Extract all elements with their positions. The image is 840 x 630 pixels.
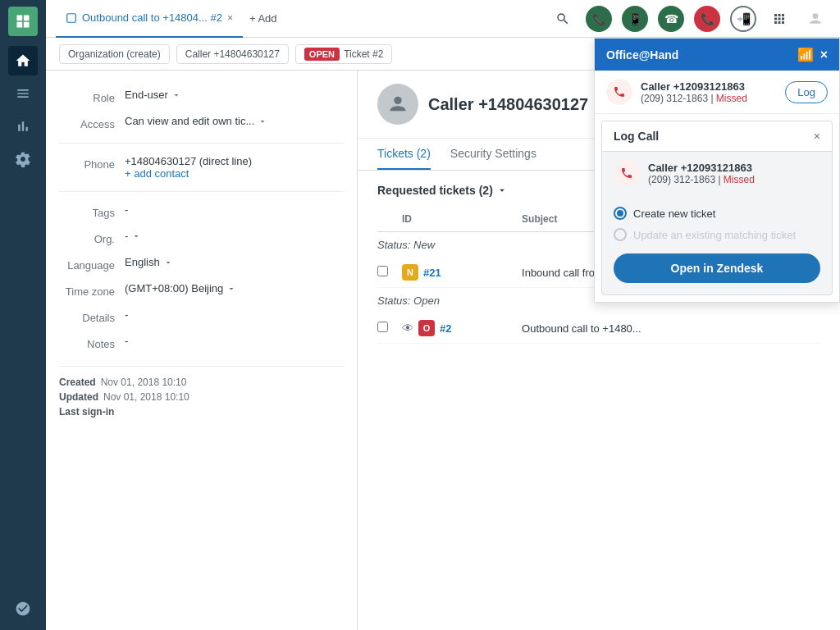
details-field: Details -	[59, 304, 344, 330]
popup-close-btn[interactable]: ×	[820, 48, 828, 62]
ticket-id-2[interactable]: #2	[440, 322, 451, 335]
org-label: Org.	[59, 230, 125, 245]
log-options: Create new ticket Update an existing mat…	[602, 194, 832, 253]
language-label: Language	[59, 256, 125, 272]
phone-call-btn-1[interactable]: 📞	[586, 6, 612, 32]
tab-tickets[interactable]: Tickets (2)	[377, 139, 431, 170]
sidebar-reports[interactable]	[8, 112, 38, 141]
tab-close-btn[interactable]: ×	[227, 12, 233, 24]
radio-dot	[617, 210, 623, 217]
breadcrumb-org[interactable]: Organization (create)	[59, 44, 170, 64]
role-label: Role	[59, 89, 125, 104]
sidebar-admin[interactable]	[8, 144, 38, 174]
search-btn[interactable]	[548, 4, 578, 34]
create-new-ticket-label: Create new ticket	[633, 208, 715, 220]
svg-rect-0	[67, 13, 76, 22]
radio-disabled	[614, 228, 627, 241]
tags-value: -	[125, 203, 344, 216]
nav-icons: 📞 📱 ☎ 📞 📲	[548, 4, 830, 34]
status-badge: OPEN	[304, 48, 340, 61]
timezone-label: Time zone	[59, 282, 125, 298]
app-logo	[8, 7, 38, 36]
ticket-badge-o: O	[418, 320, 435, 336]
chevron-down-icon	[171, 90, 181, 100]
call-info: Caller +12093121863 (209) 312-1863 | Mis…	[641, 80, 785, 104]
call-sub: (209) 312-1863 | Missed	[641, 93, 785, 104]
log-caller-sub: (209) 312-1863 | Missed	[648, 174, 755, 185]
tab-security-settings[interactable]: Security Settings	[450, 139, 536, 170]
chevron-down-icon-req	[496, 185, 508, 196]
access-select[interactable]: Can view and edit own tic...	[125, 115, 344, 127]
access-field: Access Can view and edit own tic...	[59, 110, 344, 136]
top-nav: Outbound call to +14804... #2 × + Add 📞 …	[46, 0, 840, 38]
add-tab-btn[interactable]: + Add	[249, 12, 277, 25]
update-existing-label: Update an existing matching ticket	[633, 229, 796, 241]
log-close-btn[interactable]: ×	[814, 130, 820, 143]
notes-field: Notes -	[59, 330, 344, 356]
tags-label: Tags	[59, 203, 125, 219]
call-missed-label: Missed	[716, 93, 747, 104]
user-avatar-btn[interactable]	[801, 4, 830, 34]
details-label: Details	[59, 308, 125, 324]
ticket-badge-n: N	[402, 264, 418, 281]
chevron-down-icon-3	[131, 231, 141, 241]
chevron-down-icon-2	[258, 116, 267, 126]
log-call-caller: Caller +12093121863 (209) 312-1863 | Mis…	[602, 152, 832, 194]
log-caller-missed: Missed	[724, 174, 755, 185]
details-value: -	[125, 308, 344, 321]
sidebar-zendesk[interactable]	[8, 594, 38, 623]
add-contact-link[interactable]: + add contact	[125, 167, 252, 180]
chevron-down-icon-5	[226, 284, 236, 294]
log-button[interactable]: Log	[785, 81, 828, 103]
role-field: Role End-user	[59, 84, 344, 110]
svg-point-2	[394, 97, 401, 104]
office-hand-popup: Office@Hand 📶 × Caller +12093121863 (209…	[594, 38, 840, 303]
left-panel: Role End-user Access Can view and edit o…	[46, 71, 358, 630]
sidebar-views[interactable]	[8, 79, 38, 108]
main-sidebar	[0, 0, 46, 630]
open-zendesk-btn[interactable]: Open in Zendesk	[614, 253, 820, 283]
ticket-checkbox-2[interactable]	[377, 322, 388, 332]
log-caller-number: Caller +12093121863	[648, 162, 755, 174]
last-signin-row: Last sign-in	[59, 406, 344, 418]
breadcrumb-ticket[interactable]: OPEN Ticket #2	[295, 44, 393, 64]
timezone-select[interactable]: (GMT+08:00) Beijing	[125, 282, 344, 294]
missed-call-icon	[606, 79, 632, 105]
sidebar-home[interactable]	[8, 46, 38, 75]
chevron-down-icon-4	[163, 258, 173, 267]
create-new-ticket-option[interactable]: Create new ticket	[614, 203, 820, 224]
phone-call-btn-3[interactable]: ☎	[658, 6, 684, 32]
org-select[interactable]: -	[125, 230, 344, 242]
org-field: Org. -	[59, 225, 344, 251]
wifi-icon: 📶	[797, 47, 814, 62]
phone-call-btn-2[interactable]: 📱	[622, 6, 648, 32]
notes-value: -	[125, 335, 344, 347]
role-select[interactable]: End-user	[125, 89, 344, 101]
timezone-field: Time zone (GMT+08:00) Beijing	[59, 277, 344, 304]
log-call-header: Log Call ×	[602, 121, 832, 152]
table-row[interactable]: 👁 O #2 Outbound call to +1480...	[377, 313, 820, 344]
popup-header: Office@Hand 📶 ×	[595, 39, 839, 71]
call-number: Caller +12093121863	[641, 80, 785, 93]
ticket-id-1[interactable]: #21	[423, 267, 441, 279]
breadcrumb-caller[interactable]: Caller +14804630127	[176, 44, 289, 64]
contact-name: Caller +14804630127	[428, 95, 588, 114]
phone-field: Phone +14804630127 (direct line) + add c…	[59, 150, 344, 185]
call-notification: Caller +12093121863 (209) 312-1863 | Mis…	[595, 71, 839, 114]
log-call-icon	[614, 160, 640, 186]
tab-title: Outbound call to +14804... #2	[82, 11, 222, 24]
language-select[interactable]: English	[125, 256, 344, 268]
updated-row: Updated Nov 01, 2018 10:10	[59, 391, 344, 403]
apps-btn[interactable]	[765, 4, 794, 34]
eye-icon: 👁	[402, 322, 413, 335]
popup-title: Office@Hand	[606, 48, 678, 62]
active-tab[interactable]: Outbound call to +14804... #2 ×	[56, 0, 243, 38]
access-label: Access	[59, 115, 125, 130]
phone-call-btn-4[interactable]: 📞	[694, 6, 720, 32]
phone-call-btn-5[interactable]: 📲	[730, 6, 756, 32]
tags-field: Tags -	[59, 199, 344, 225]
log-call-panel: Log Call × Caller +12093121863 (209) 312…	[601, 121, 833, 295]
update-existing-ticket-option[interactable]: Update an existing matching ticket	[614, 224, 820, 245]
ticket-checkbox-1[interactable]	[377, 266, 388, 276]
notes-label: Notes	[59, 335, 125, 350]
